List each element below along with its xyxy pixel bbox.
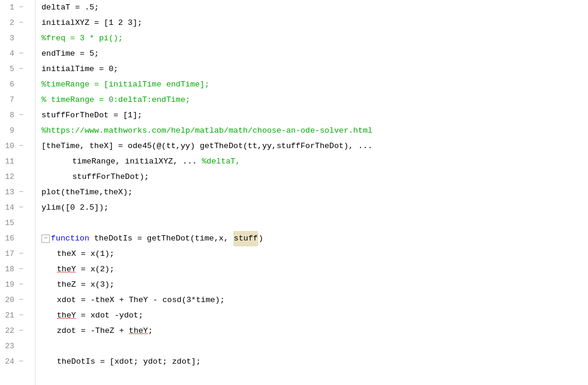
code-line: timeRange, initialXYZ, ... %deltaT, [41, 154, 588, 169]
code-line: endTime = 5; [41, 46, 588, 62]
line-number: 1 [0, 0, 17, 15]
breakpoint-dash[interactable]: − [17, 262, 26, 277]
line-number: 7 [0, 92, 17, 108]
code-token: stuffForTheDot); [72, 169, 149, 185]
line-number: 5 [0, 62, 17, 77]
code-token: ) [258, 231, 263, 246]
line-number: 18 [0, 262, 17, 277]
breakpoint-dash[interactable]: − [17, 308, 26, 323]
gutter-row: 21− [0, 308, 33, 323]
code-line: theY = xdot -ydot; [41, 308, 588, 323]
code-content: deltaT = .5;initialXYZ = [1 2 3];%freq =… [36, 0, 588, 385]
code-token: theY [57, 308, 76, 323]
code-line: ylim([0 2.5]); [41, 200, 588, 216]
line-number: 10 [0, 139, 17, 154]
gutter-row: 17− [0, 246, 33, 262]
code-token: stuff [233, 231, 259, 246]
breakpoint-dash[interactable]: − [17, 246, 26, 262]
line-number: 19 [0, 277, 17, 293]
line-number: 14 [0, 200, 17, 216]
line-number: 16 [0, 231, 17, 246]
gutter-row: 16 [0, 231, 33, 246]
code-token: theY [129, 323, 148, 339]
gutter-row: 24− [0, 354, 33, 370]
code-token: theY [57, 262, 76, 277]
line-number: 17 [0, 246, 17, 262]
code-line: xdot = -theX + TheY - cosd(3*time); [41, 293, 588, 308]
gutter-row: 11 [0, 154, 33, 169]
line-number: 22 [0, 323, 17, 339]
breakpoint-dash[interactable]: − [17, 277, 26, 293]
line-number: 15 [0, 216, 17, 231]
gutter-row: 8− [0, 108, 33, 123]
breakpoint-dash[interactable]: − [17, 0, 26, 15]
code-editor: 1−2−34−5−678−910−111213−14−151617−18−19−… [0, 0, 588, 385]
code-token: timeRange, initialXYZ, ... [72, 154, 202, 169]
gutter-row: 18− [0, 262, 33, 277]
code-line: stuffForTheDot); [41, 169, 588, 185]
code-token: %freq = 3 * pi(); [41, 31, 123, 46]
code-token: deltaT = .5; [41, 0, 99, 15]
line-number: 23 [0, 339, 17, 354]
breakpoint-dash[interactable]: − [17, 354, 26, 370]
gutter-row: 7 [0, 92, 33, 108]
code-token: = xdot -ydot; [76, 308, 143, 323]
code-line: initialXYZ = [1 2 3]; [41, 15, 588, 31]
breakpoint-dash[interactable]: − [17, 46, 26, 62]
fold-icon[interactable]: − [41, 235, 50, 243]
code-token: theDotIs = getTheDot(time,x, [89, 231, 233, 246]
breakpoint-dash[interactable]: − [17, 15, 26, 31]
line-number: 20 [0, 293, 17, 308]
breakpoint-dash[interactable]: − [17, 139, 26, 154]
gutter-row: 22− [0, 323, 33, 339]
code-token: = x(2); [76, 262, 114, 277]
line-number: 12 [0, 169, 17, 185]
code-line: % timeRange = 0:deltaT:endTime; [41, 92, 588, 108]
line-number: 9 [0, 123, 17, 139]
line-number: 13 [0, 185, 17, 200]
line-gutter: 1−2−34−5−678−910−111213−14−151617−18−19−… [0, 0, 36, 385]
gutter-row: 1− [0, 0, 33, 15]
code-line: zdot = -TheZ + theY; [41, 323, 588, 339]
breakpoint-dash[interactable]: − [17, 108, 26, 123]
code-token: zdot = -TheZ + [57, 323, 129, 339]
code-token: theDotIs = [xdot; ydot; zdot]; [57, 354, 201, 370]
code-line: stuffForTheDot = [1]; [41, 108, 588, 123]
line-number: 11 [0, 154, 17, 169]
breakpoint-dash[interactable]: − [17, 323, 26, 339]
gutter-row: 4− [0, 46, 33, 62]
code-token: stuffForTheDot = [1]; [41, 108, 142, 123]
gutter-row: 14− [0, 200, 33, 216]
code-line: deltaT = .5; [41, 0, 588, 15]
code-line: initialTime = 0; [41, 62, 588, 77]
line-number: 3 [0, 31, 17, 46]
code-line: −function theDotIs = getTheDot(time,x, s… [41, 231, 588, 246]
gutter-row: 12 [0, 169, 33, 185]
code-token: endTime = 5; [41, 46, 99, 62]
breakpoint-dash[interactable]: − [17, 200, 26, 216]
code-line: theDotIs = [xdot; ydot; zdot]; [41, 354, 588, 370]
line-number: 21 [0, 308, 17, 323]
code-line: theY = x(2); [41, 262, 588, 277]
gutter-row: 3 [0, 31, 33, 46]
code-token: xdot = -theX + TheY - cosd(3*time); [57, 293, 225, 308]
line-number: 2 [0, 15, 17, 31]
code-token: theX = x(1); [57, 246, 114, 262]
breakpoint-dash[interactable]: − [17, 62, 26, 77]
gutter-row: 2− [0, 15, 33, 31]
line-number: 24 [0, 354, 17, 370]
breakpoint-dash[interactable]: − [17, 185, 26, 200]
gutter-row: 20− [0, 293, 33, 308]
gutter-row: 19− [0, 277, 33, 293]
code-token: %deltaT, [202, 154, 240, 169]
code-token: initialXYZ = [1 2 3]; [41, 15, 142, 31]
code-token: initialTime = 0; [41, 62, 118, 77]
gutter-row: 13− [0, 185, 33, 200]
gutter-row: 15 [0, 216, 33, 231]
code-token: [theTime, theX] = ode45(@(tt,yy) getTheD… [41, 139, 372, 154]
code-token: plot(theTime,theX); [41, 185, 133, 200]
code-line: theZ = x(3); [41, 277, 588, 293]
code-token: %https://www.mathworks.com/help/matlab/m… [41, 123, 372, 139]
code-token: function [51, 231, 89, 246]
breakpoint-dash[interactable]: − [17, 293, 26, 308]
